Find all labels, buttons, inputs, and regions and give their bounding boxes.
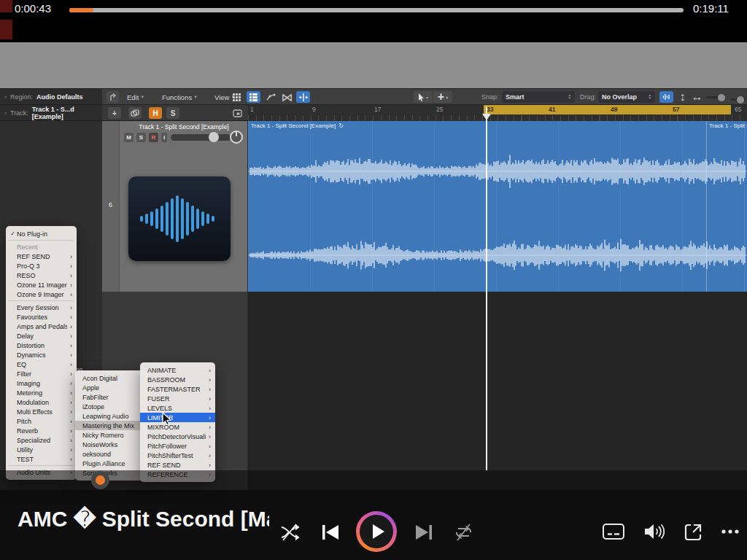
menu-item[interactable]: iZotope› bbox=[75, 402, 148, 411]
popout-icon[interactable] bbox=[683, 522, 703, 542]
track-name[interactable]: Track 1 - Split Second [Example] bbox=[123, 123, 245, 131]
menu-item[interactable]: Favourites› bbox=[6, 312, 77, 322]
menu-item[interactable]: REF SEND› bbox=[6, 252, 77, 261]
menu-item[interactable]: BASSROOM› bbox=[140, 375, 215, 384]
cycle-region[interactable] bbox=[484, 105, 731, 114]
menu-item[interactable]: NoiseWorks› bbox=[75, 440, 148, 449]
shuffle-off-icon[interactable] bbox=[280, 523, 301, 542]
hide-tracks-button[interactable]: H bbox=[149, 107, 162, 119]
duplicate-track-button[interactable] bbox=[128, 107, 142, 119]
snap-dropdown[interactable]: Smart▲▼ bbox=[502, 91, 575, 103]
scrub-handle[interactable] bbox=[91, 471, 109, 489]
menu-item[interactable]: Multi Effects› bbox=[6, 407, 77, 416]
menu-item[interactable]: Filter› bbox=[6, 369, 77, 378]
app-window: i ? + ✂ ◀◀ ▶▶ ❘◀ ▶ ● ↻ 33 2 BAR BEAT 85 … bbox=[0, 0, 747, 560]
automation-icon[interactable] bbox=[264, 91, 278, 103]
menu-item[interactable]: Imaging› bbox=[6, 378, 77, 388]
track-volume-knob[interactable] bbox=[209, 132, 219, 142]
total-time: 0:19:11 bbox=[693, 2, 729, 15]
solo-button[interactable]: S bbox=[136, 133, 146, 142]
play-button[interactable] bbox=[356, 511, 397, 552]
playhead-line bbox=[486, 106, 487, 470]
menu-item[interactable]: Ozone 9 Imager› bbox=[6, 289, 77, 299]
menu-item[interactable]: PitchDetectorVisualizer› bbox=[140, 432, 215, 441]
horizontal-zoom-slider[interactable] bbox=[731, 98, 746, 101]
menu-item[interactable]: Dynamics› bbox=[6, 350, 77, 359]
menu-item[interactable]: PitchFollower› bbox=[140, 441, 215, 451]
menu-item[interactable]: ANIMATE› bbox=[140, 365, 215, 375]
menu-item[interactable]: REF SEND› bbox=[140, 460, 215, 470]
crossfade-icon[interactable]: ⋈ bbox=[280, 91, 294, 103]
menu-item[interactable]: Amps and Pedals› bbox=[6, 322, 77, 331]
menu-item[interactable]: FUSER› bbox=[140, 394, 215, 403]
volume-icon[interactable] bbox=[643, 522, 665, 541]
menu-item[interactable]: FASTERMASTER› bbox=[140, 384, 215, 394]
menu-item[interactable]: Apple› bbox=[75, 383, 148, 392]
menu-item[interactable]: Pro-Q 3› bbox=[6, 261, 77, 271]
menu-item[interactable]: Every Session› bbox=[6, 303, 77, 312]
menu-item[interactable]: Pitch› bbox=[6, 416, 77, 426]
menu-item[interactable]: Distortion› bbox=[6, 341, 77, 350]
repeat-off-icon[interactable] bbox=[454, 523, 473, 542]
snap-label: Snap: bbox=[481, 93, 499, 101]
elapsed-time: 0:00:43 bbox=[15, 2, 51, 15]
keyboard-icon[interactable] bbox=[603, 524, 624, 540]
track-zoom-icon[interactable] bbox=[231, 107, 244, 119]
add-track-button[interactable]: + bbox=[108, 107, 121, 119]
audio-region[interactable]: Track 1 - Split Second [Example]↻ Track … bbox=[248, 121, 747, 292]
menu-item[interactable]: TEST› bbox=[6, 454, 77, 464]
menu-item[interactable]: Delay› bbox=[6, 331, 77, 341]
menu-item[interactable]: Acon Digital› bbox=[75, 373, 148, 383]
waveform-zoom-icon[interactable] bbox=[659, 91, 673, 103]
menu-item[interactable]: PitchShifterTest› bbox=[140, 451, 215, 460]
menu-item[interactable]: LIMITER› bbox=[140, 413, 215, 422]
menu-item[interactable]: Metering› bbox=[6, 388, 77, 397]
region-inspector-header[interactable]: ›Region:Audio Defaults bbox=[0, 89, 102, 105]
menu-item[interactable]: EQ› bbox=[6, 359, 77, 369]
flex-icon[interactable] bbox=[296, 91, 310, 103]
input-monitor-button[interactable]: I bbox=[161, 133, 167, 142]
menu-edit[interactable]: Edit▾ bbox=[121, 89, 150, 105]
menu-item[interactable]: ✓No Plug-in bbox=[6, 229, 77, 238]
vertical-zoom-slider[interactable] bbox=[706, 96, 725, 98]
playhead-marker[interactable] bbox=[482, 114, 491, 120]
vertical-zoom-icon[interactable]: ↕ bbox=[676, 91, 689, 103]
previous-track-icon[interactable] bbox=[321, 524, 340, 541]
track-inspector-header[interactable]: ›Track:Track 1 - S...d [Example] bbox=[0, 105, 102, 121]
menu-item[interactable]: Leapwing Audio› bbox=[75, 411, 148, 421]
grid-view-icon[interactable] bbox=[230, 91, 244, 103]
record-enable-button[interactable]: R bbox=[149, 133, 158, 142]
menu-item[interactable]: Specialized› bbox=[6, 435, 77, 445]
drag-dropdown[interactable]: No Overlap▲▼ bbox=[598, 91, 655, 103]
menu-item[interactable]: oeksound› bbox=[75, 449, 148, 459]
list-view-icon[interactable] bbox=[247, 91, 260, 103]
mute-button[interactable]: M bbox=[124, 133, 133, 142]
pan-knob[interactable] bbox=[230, 131, 243, 144]
menu-item[interactable]: FabFilter› bbox=[75, 392, 148, 402]
menu-functions[interactable]: Functions▾ bbox=[156, 89, 203, 105]
solo-tracks-button[interactable]: S bbox=[166, 107, 179, 119]
menu-item[interactable]: Recent bbox=[6, 242, 77, 252]
secondary-tool-button[interactable]: +▾ bbox=[433, 91, 452, 103]
menu-item[interactable]: Modulation› bbox=[6, 397, 77, 407]
menu-item[interactable]: LEVELS› bbox=[140, 403, 215, 413]
menu-item[interactable]: MIXROOM› bbox=[140, 422, 215, 432]
pointer-tool-button[interactable]: ▾ bbox=[414, 91, 433, 103]
menu-item[interactable]: Plugin Alliance› bbox=[75, 459, 148, 468]
arrange-area[interactable]: Track 1 - Split Second [Example]↻ Track … bbox=[248, 121, 747, 490]
drag-label: Drag: bbox=[580, 93, 596, 101]
menu-item[interactable]: Mastering the Mix› bbox=[75, 421, 148, 430]
menu-item[interactable]: RESO› bbox=[6, 271, 77, 280]
video-scrub-overlay bbox=[0, 470, 747, 490]
horizontal-zoom-icon[interactable]: ↔ bbox=[690, 91, 704, 103]
bar-ruler[interactable]: 1917253341495765 bbox=[248, 105, 747, 121]
menu-item[interactable]: Utility› bbox=[6, 445, 77, 454]
track-volume-slider[interactable] bbox=[171, 134, 231, 141]
menu-item[interactable]: Ozone 11 Imager› bbox=[6, 280, 77, 289]
scrub-bar[interactable] bbox=[69, 8, 684, 12]
more-options-icon[interactable] bbox=[721, 529, 740, 534]
next-track-icon[interactable] bbox=[414, 524, 433, 541]
menu-item[interactable]: Nicky Romero› bbox=[75, 430, 148, 440]
catch-playhead-icon[interactable] bbox=[107, 91, 119, 103]
menu-item[interactable]: Reverb› bbox=[6, 426, 77, 435]
